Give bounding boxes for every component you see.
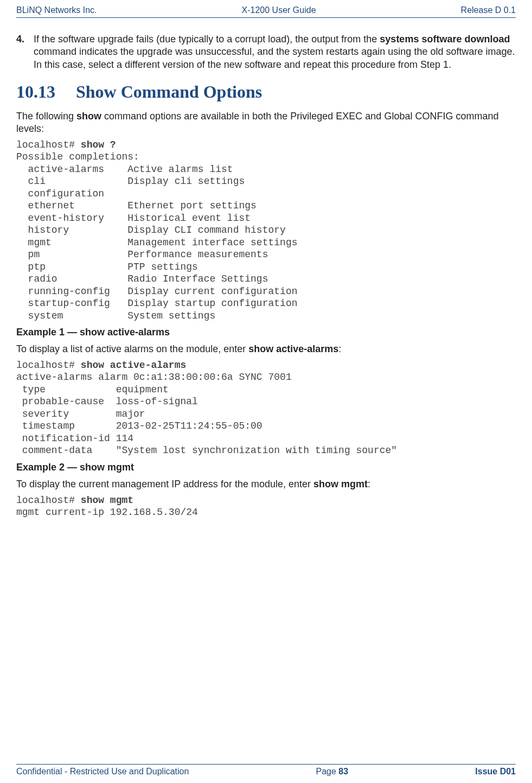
heading-number: 10.13 xyxy=(16,82,55,101)
footer-right: Issue D01 xyxy=(475,767,516,776)
footer-page-label: Page xyxy=(316,767,339,776)
header-left: BLiNQ Networks Inc. xyxy=(16,5,97,15)
step-4: 4. If the software upgrade fails (due ty… xyxy=(16,33,516,71)
ex1-body: active-alarms alarm 0c:a1:38:00:00:6a SY… xyxy=(16,372,397,456)
example-2-paragraph: To display the current management IP add… xyxy=(16,478,516,491)
section-heading: 10.13Show Command Options xyxy=(16,81,516,104)
ex2-prompt: localhost# xyxy=(16,495,81,506)
ex1-t1: To display a list of active alarms on th… xyxy=(16,343,248,354)
code-cmd: show ? xyxy=(81,139,116,150)
ex2-t2: : xyxy=(368,479,370,489)
ex2-t1: To display the current management IP add… xyxy=(16,479,313,489)
header-rule xyxy=(16,17,516,18)
intro-t1: The following xyxy=(16,111,76,122)
footer-left: Confidential - Restricted Use and Duplic… xyxy=(16,767,189,776)
page: BLiNQ Networks Inc. X-1200 User Guide Re… xyxy=(0,0,532,783)
header-right: Release D 0.1 xyxy=(461,5,516,15)
example-1-paragraph: To display a list of active alarms on th… xyxy=(16,343,516,355)
ex1-t2: : xyxy=(338,343,341,354)
code-block-show-help: localhost# show ? Possible completions: … xyxy=(16,139,516,322)
ex1-b1: show active-alarms xyxy=(248,343,338,354)
code-body: Possible completions: active-alarms Acti… xyxy=(16,151,297,321)
content-area: 4. If the software upgrade fails (due ty… xyxy=(16,33,516,764)
heading-title: Show Command Options xyxy=(76,82,262,101)
page-header: BLiNQ Networks Inc. X-1200 User Guide Re… xyxy=(16,0,516,17)
intro-b1: show xyxy=(76,111,101,122)
ex2-b1: show mgmt xyxy=(313,479,368,489)
ex1-cmd: show active-alarms xyxy=(81,360,186,371)
footer-page-number: 83 xyxy=(338,767,348,776)
ex2-body: mgmt current-ip 192.168.5.30/24 xyxy=(16,507,198,518)
footer-center: Page 83 xyxy=(316,767,349,776)
step-body: If the software upgrade fails (due typic… xyxy=(34,33,516,71)
example-2-header: Example 2 — show mgmt xyxy=(16,461,516,474)
example-1-header: Example 1 — show active-alarms xyxy=(16,326,516,339)
page-footer: Confidential - Restricted Use and Duplic… xyxy=(16,765,516,783)
header-center: X-1200 User Guide xyxy=(242,5,316,15)
ex2-cmd: show mgmt xyxy=(81,495,133,506)
step-text-1: If the software upgrade fails (due typic… xyxy=(34,34,380,44)
ex1-prompt: localhost# xyxy=(16,360,81,371)
step-text-2: command indicates the upgrade was unsucc… xyxy=(34,46,515,69)
code-block-ex2: localhost# show mgmt mgmt current-ip 192… xyxy=(16,494,516,519)
code-block-ex1: localhost# show active-alarms active-ala… xyxy=(16,359,516,457)
step-number: 4. xyxy=(16,33,34,71)
step-bold-1: systems software download xyxy=(380,34,510,44)
code-prompt: localhost# xyxy=(16,139,81,150)
intro-paragraph: The following show command options are a… xyxy=(16,110,516,136)
